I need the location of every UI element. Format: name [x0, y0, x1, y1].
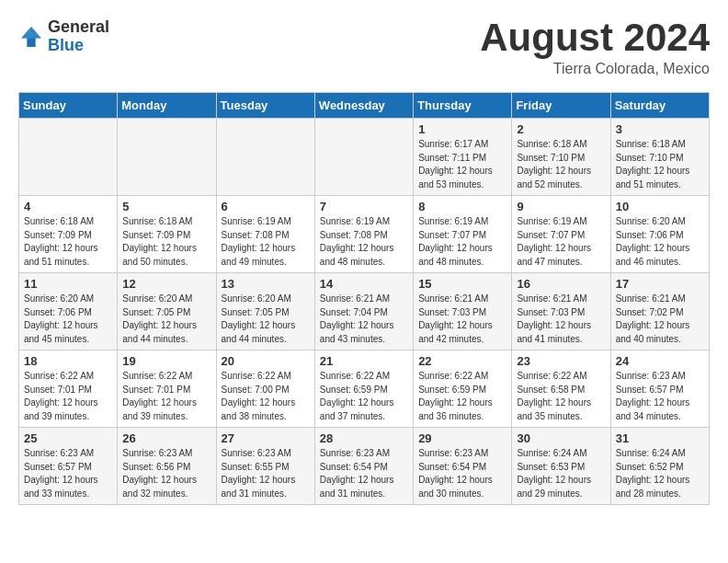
day-number: 17: [616, 277, 704, 291]
day-number: 22: [418, 354, 506, 368]
day-info: Sunrise: 6:23 AM Sunset: 6:56 PM Dayligh…: [122, 447, 210, 500]
day-number: 20: [222, 354, 310, 368]
logo-blue: Blue: [48, 36, 84, 54]
calendar-week-1: 1Sunrise: 6:17 AM Sunset: 7:11 PM Daylig…: [19, 119, 710, 196]
day-number: 19: [122, 354, 210, 368]
calendar-day-21: 21Sunrise: 6:22 AM Sunset: 6:59 PM Dayli…: [314, 350, 413, 428]
day-of-week-sunday: Sunday: [19, 93, 118, 119]
day-info: Sunrise: 6:20 AM Sunset: 7:06 PM Dayligh…: [24, 293, 112, 346]
day-info: Sunrise: 6:22 AM Sunset: 7:01 PM Dayligh…: [24, 370, 112, 423]
calendar-day-12: 12Sunrise: 6:20 AM Sunset: 7:05 PM Dayli…: [118, 273, 216, 350]
logo-general: General: [48, 17, 109, 36]
day-number: 6: [222, 200, 310, 213]
logo-icon: [18, 24, 44, 50]
day-number: 7: [320, 200, 408, 213]
calendar-day-24: 24Sunrise: 6:23 AM Sunset: 6:57 PM Dayli…: [610, 350, 709, 428]
day-info: Sunrise: 6:19 AM Sunset: 7:07 PM Dayligh…: [418, 215, 506, 269]
day-number: 2: [517, 122, 605, 136]
calendar-day-17: 17Sunrise: 6:21 AM Sunset: 7:02 PM Dayli…: [610, 273, 709, 350]
calendar-day-19: 19Sunrise: 6:22 AM Sunset: 7:01 PM Dayli…: [118, 350, 216, 428]
day-number: 5: [122, 200, 210, 213]
day-info: Sunrise: 6:19 AM Sunset: 7:08 PM Dayligh…: [320, 215, 408, 269]
calendar-day-6: 6Sunrise: 6:19 AM Sunset: 7:08 PM Daylig…: [216, 196, 314, 273]
day-info: Sunrise: 6:20 AM Sunset: 7:05 PM Dayligh…: [222, 293, 310, 346]
day-number: 14: [320, 277, 408, 291]
calendar-day-3: 3Sunrise: 6:18 AM Sunset: 7:10 PM Daylig…: [610, 119, 709, 196]
day-number: 28: [320, 431, 408, 445]
calendar-day-28: 28Sunrise: 6:23 AM Sunset: 6:54 PM Dayli…: [314, 428, 413, 505]
calendar-day-31: 31Sunrise: 6:24 AM Sunset: 6:52 PM Dayli…: [610, 428, 709, 505]
calendar-day-14: 14Sunrise: 6:21 AM Sunset: 7:04 PM Dayli…: [314, 273, 413, 350]
day-number: 25: [24, 431, 112, 445]
day-info: Sunrise: 6:21 AM Sunset: 7:03 PM Dayligh…: [517, 293, 605, 346]
calendar-day-30: 30Sunrise: 6:24 AM Sunset: 6:53 PM Dayli…: [512, 428, 610, 505]
day-info: Sunrise: 6:24 AM Sunset: 6:53 PM Dayligh…: [517, 447, 605, 500]
calendar-table: SundayMondayTuesdayWednesdayThursdayFrid…: [18, 92, 710, 505]
calendar-week-3: 11Sunrise: 6:20 AM Sunset: 7:06 PM Dayli…: [19, 273, 710, 350]
day-of-week-saturday: Saturday: [610, 93, 709, 119]
day-info: Sunrise: 6:20 AM Sunset: 7:05 PM Dayligh…: [122, 293, 210, 346]
day-number: 8: [418, 200, 506, 213]
day-info: Sunrise: 6:21 AM Sunset: 7:02 PM Dayligh…: [616, 293, 704, 346]
day-number: 3: [616, 122, 704, 136]
calendar-day-16: 16Sunrise: 6:21 AM Sunset: 7:03 PM Dayli…: [512, 273, 610, 350]
calendar-day-4: 4Sunrise: 6:18 AM Sunset: 7:09 PM Daylig…: [19, 196, 118, 273]
calendar-day-9: 9Sunrise: 6:19 AM Sunset: 7:07 PM Daylig…: [512, 196, 610, 273]
title-area: August 2024 Tierra Colorada, Mexico: [480, 18, 710, 77]
day-number: 29: [418, 431, 506, 445]
calendar-day-11: 11Sunrise: 6:20 AM Sunset: 7:06 PM Dayli…: [19, 273, 118, 350]
empty-day: [216, 119, 314, 196]
day-number: 31: [616, 431, 704, 445]
calendar-body: 1Sunrise: 6:17 AM Sunset: 7:11 PM Daylig…: [19, 119, 710, 505]
day-of-week-monday: Monday: [118, 93, 216, 119]
calendar-day-15: 15Sunrise: 6:21 AM Sunset: 7:03 PM Dayli…: [414, 273, 512, 350]
calendar-day-29: 29Sunrise: 6:23 AM Sunset: 6:54 PM Dayli…: [414, 428, 512, 505]
day-info: Sunrise: 6:18 AM Sunset: 7:10 PM Dayligh…: [616, 138, 704, 191]
day-info: Sunrise: 6:24 AM Sunset: 6:52 PM Dayligh…: [616, 447, 704, 500]
day-of-week-wednesday: Wednesday: [314, 93, 413, 119]
day-info: Sunrise: 6:21 AM Sunset: 7:04 PM Dayligh…: [320, 293, 408, 346]
day-info: Sunrise: 6:22 AM Sunset: 7:01 PM Dayligh…: [122, 370, 210, 423]
calendar-day-10: 10Sunrise: 6:20 AM Sunset: 7:06 PM Dayli…: [610, 196, 709, 273]
day-info: Sunrise: 6:21 AM Sunset: 7:03 PM Dayligh…: [418, 293, 506, 346]
day-info: Sunrise: 6:18 AM Sunset: 7:10 PM Dayligh…: [517, 138, 605, 191]
day-number: 18: [24, 354, 112, 368]
day-number: 27: [222, 431, 310, 445]
day-number: 1: [418, 122, 506, 136]
day-of-week-friday: Friday: [512, 93, 610, 119]
calendar-day-25: 25Sunrise: 6:23 AM Sunset: 6:57 PM Dayli…: [19, 428, 118, 505]
day-of-week-thursday: Thursday: [414, 93, 512, 119]
day-info: Sunrise: 6:20 AM Sunset: 7:06 PM Dayligh…: [616, 215, 704, 269]
days-of-week-row: SundayMondayTuesdayWednesdayThursdayFrid…: [19, 93, 710, 119]
day-number: 15: [418, 277, 506, 291]
day-info: Sunrise: 6:18 AM Sunset: 7:09 PM Dayligh…: [122, 215, 210, 269]
calendar-week-4: 18Sunrise: 6:22 AM Sunset: 7:01 PM Dayli…: [19, 350, 710, 428]
calendar-day-7: 7Sunrise: 6:19 AM Sunset: 7:08 PM Daylig…: [314, 196, 413, 273]
day-number: 4: [24, 200, 112, 213]
calendar-header: SundayMondayTuesdayWednesdayThursdayFrid…: [19, 93, 710, 119]
day-info: Sunrise: 6:22 AM Sunset: 6:59 PM Dayligh…: [320, 370, 408, 423]
day-number: 13: [222, 277, 310, 291]
day-info: Sunrise: 6:23 AM Sunset: 6:54 PM Dayligh…: [320, 447, 408, 500]
day-number: 23: [517, 354, 605, 368]
day-info: Sunrise: 6:22 AM Sunset: 6:58 PM Dayligh…: [517, 370, 605, 423]
day-number: 30: [517, 431, 605, 445]
day-number: 11: [24, 277, 112, 291]
calendar-week-5: 25Sunrise: 6:23 AM Sunset: 6:57 PM Dayli…: [19, 428, 710, 505]
day-info: Sunrise: 6:23 AM Sunset: 6:57 PM Dayligh…: [24, 447, 112, 500]
calendar-day-1: 1Sunrise: 6:17 AM Sunset: 7:11 PM Daylig…: [414, 119, 512, 196]
day-number: 26: [122, 431, 210, 445]
day-of-week-tuesday: Tuesday: [216, 93, 314, 119]
calendar-day-27: 27Sunrise: 6:23 AM Sunset: 6:55 PM Dayli…: [216, 428, 314, 505]
logo: General Blue: [18, 18, 109, 55]
calendar-day-13: 13Sunrise: 6:20 AM Sunset: 7:05 PM Dayli…: [216, 273, 314, 350]
day-number: 12: [122, 277, 210, 291]
day-info: Sunrise: 6:19 AM Sunset: 7:08 PM Dayligh…: [222, 215, 310, 269]
calendar-day-20: 20Sunrise: 6:22 AM Sunset: 7:00 PM Dayli…: [216, 350, 314, 428]
day-info: Sunrise: 6:22 AM Sunset: 6:59 PM Dayligh…: [418, 370, 506, 423]
day-info: Sunrise: 6:22 AM Sunset: 7:00 PM Dayligh…: [222, 370, 310, 423]
day-info: Sunrise: 6:17 AM Sunset: 7:11 PM Dayligh…: [418, 138, 506, 191]
day-info: Sunrise: 6:23 AM Sunset: 6:54 PM Dayligh…: [418, 447, 506, 500]
location-subtitle: Tierra Colorada, Mexico: [480, 61, 710, 77]
day-number: 10: [616, 200, 704, 213]
